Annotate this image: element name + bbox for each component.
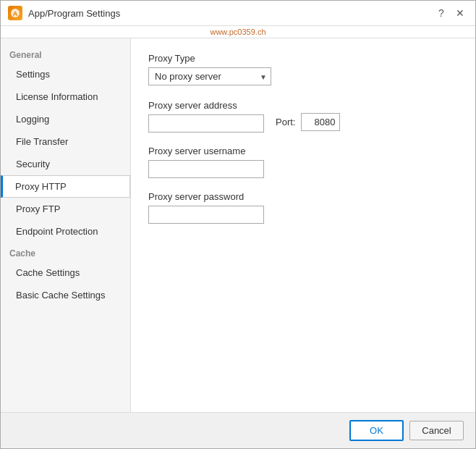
title-bar: A App/Program Settings ? ✕ [1, 1, 475, 26]
password-group: Proxy server password [148, 191, 458, 224]
help-button[interactable]: ? [433, 5, 449, 21]
port-group: Port: [276, 113, 340, 131]
proxy-type-select[interactable]: No proxy server HTTP Proxy SOCKS4 Proxy … [148, 67, 271, 85]
svg-text:A: A [13, 10, 18, 17]
close-button[interactable]: ✕ [452, 5, 468, 21]
address-group: Proxy server address [148, 100, 264, 133]
sidebar-section-general: General [1, 44, 130, 63]
title-bar-left: A App/Program Settings [8, 6, 120, 20]
sidebar-item-file-transfer[interactable]: File Transfer [1, 130, 130, 153]
port-label: Port: [276, 117, 295, 127]
dialog-title: App/Program Settings [28, 8, 120, 19]
sidebar-item-basic-cache-settings[interactable]: Basic Cache Settings [1, 284, 130, 306]
cancel-button[interactable]: Cancel [409, 421, 464, 440]
watermark-bar: www.pc0359.ch [1, 26, 475, 38]
footer: OK Cancel [1, 412, 475, 448]
sidebar-item-license[interactable]: License Information [1, 85, 130, 108]
username-input[interactable] [148, 160, 264, 178]
username-label: Proxy server username [148, 146, 458, 156]
password-input[interactable] [148, 206, 264, 224]
sidebar-item-endpoint-protection[interactable]: Endpoint Protection [1, 220, 130, 243]
proxy-type-row: Proxy Type No proxy server HTTP Proxy SO… [148, 53, 458, 85]
sidebar-item-proxy-ftp[interactable]: Proxy FTP [1, 198, 130, 220]
address-label: Proxy server address [148, 100, 264, 111]
watermark-text: www.pc0359.ch [210, 28, 265, 36]
sidebar-item-cache-settings[interactable]: Cache Settings [1, 261, 130, 284]
username-group: Proxy server username [148, 146, 458, 178]
sidebar-item-security[interactable]: Security [1, 153, 130, 175]
ok-button[interactable]: OK [349, 420, 404, 441]
content-area: General Settings License Information Log… [1, 38, 475, 412]
dialog: A App/Program Settings ? ✕ www.pc0359.ch… [0, 0, 476, 449]
title-bar-controls: ? ✕ [433, 5, 468, 21]
password-label: Proxy server password [148, 191, 458, 202]
sidebar-section-cache: Cache [1, 243, 130, 261]
sidebar-item-settings[interactable]: Settings [1, 63, 130, 85]
sidebar: General Settings License Information Log… [1, 38, 131, 412]
app-logo-icon: A [8, 6, 22, 20]
address-port-row: Proxy server address Port: [148, 100, 458, 133]
proxy-type-label: Proxy Type [148, 53, 458, 64]
address-input[interactable] [148, 114, 264, 133]
port-input[interactable] [301, 113, 340, 131]
main-panel: Proxy Type No proxy server HTTP Proxy SO… [131, 38, 475, 412]
sidebar-item-logging[interactable]: Logging [1, 108, 130, 130]
proxy-type-select-wrapper: No proxy server HTTP Proxy SOCKS4 Proxy … [148, 67, 271, 85]
sidebar-item-proxy-http[interactable]: Proxy HTTP [1, 175, 130, 198]
